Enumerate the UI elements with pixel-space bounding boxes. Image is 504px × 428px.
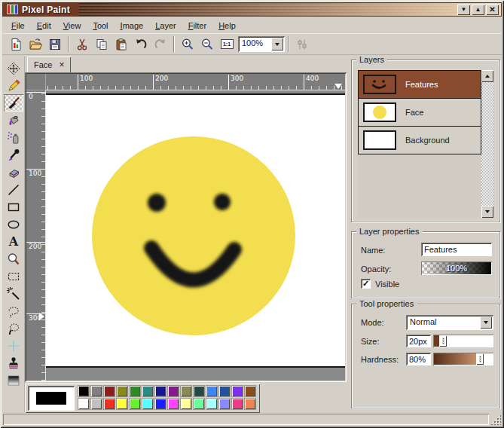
mode-dropdown-button[interactable]	[480, 316, 492, 329]
magic-wand-tool[interactable]	[4, 285, 23, 302]
tab-close-icon[interactable]: ×	[59, 60, 64, 69]
save-button[interactable]	[45, 35, 65, 54]
scroll-down-button[interactable]	[481, 206, 493, 218]
palette-swatch[interactable]	[193, 385, 205, 397]
crosshair-tool[interactable]	[4, 337, 23, 354]
palette-swatch[interactable]	[78, 398, 90, 410]
rectangle-tool[interactable]	[4, 198, 23, 216]
polygon-lasso-tool[interactable]	[4, 319, 23, 337]
toolbar-separator	[173, 36, 175, 52]
palette-swatch[interactable]	[129, 398, 141, 410]
palette-swatch[interactable]	[167, 385, 179, 397]
move-tool[interactable]	[4, 60, 23, 77]
palette-swatch[interactable]	[167, 398, 179, 410]
menu-image[interactable]: Image	[115, 19, 150, 32]
palette-swatch[interactable]	[231, 398, 243, 410]
mode-select[interactable]: Normal	[406, 315, 493, 330]
new-document-button[interactable]	[6, 35, 26, 54]
menu-layer[interactable]: Layer	[149, 19, 182, 32]
gradient-tool[interactable]	[4, 371, 23, 389]
palette-swatch[interactable]	[103, 398, 115, 410]
palette-swatch[interactable]	[90, 385, 102, 397]
smiley-right-eye	[214, 194, 231, 210]
text-tool[interactable]: A	[4, 233, 23, 250]
palette-swatch[interactable]	[218, 385, 231, 397]
lasso-tool[interactable]	[4, 302, 23, 319]
layers-scrollbar[interactable]	[481, 70, 493, 218]
palette-swatch[interactable]	[154, 385, 166, 397]
palette-swatch[interactable]	[142, 385, 154, 397]
layer-row-background[interactable]: Background	[358, 126, 481, 154]
clone-stamp-tool[interactable]	[4, 354, 23, 371]
maximize-button[interactable]: ▲	[472, 5, 484, 15]
size-slider[interactable]	[433, 335, 493, 347]
palette-swatch[interactable]	[231, 385, 243, 397]
eyedropper-tool[interactable]	[4, 146, 23, 164]
hardness-slider-handle[interactable]	[476, 353, 484, 365]
current-color-well[interactable]	[28, 386, 75, 411]
resize-grip[interactable]	[490, 414, 501, 425]
eraser-tool[interactable]	[4, 164, 23, 181]
tab-label: Face	[34, 60, 52, 69]
palette-swatch[interactable]	[103, 385, 115, 397]
palette-swatch[interactable]	[244, 398, 256, 410]
palette-swatch[interactable]	[116, 398, 128, 410]
size-input[interactable]	[406, 335, 431, 347]
palette-swatch[interactable]	[180, 398, 192, 410]
palette-swatch[interactable]	[154, 398, 166, 410]
pencil-tool[interactable]	[4, 77, 23, 94]
cut-button[interactable]	[72, 35, 92, 54]
visible-checkbox[interactable]: ✓	[361, 279, 371, 289]
zoom-in-button[interactable]	[178, 35, 197, 54]
undo-icon	[134, 38, 148, 51]
rectangular-select-tool[interactable]	[4, 268, 23, 285]
zoom-level-dropdown-button[interactable]	[271, 38, 283, 50]
hardness-slider[interactable]	[433, 353, 493, 365]
menu-help[interactable]: Help	[212, 19, 242, 32]
size-slider-handle[interactable]	[439, 335, 447, 347]
layer-name-input[interactable]	[421, 243, 492, 256]
zoom-out-button[interactable]	[197, 35, 217, 54]
menu-edit[interactable]: Edit	[31, 19, 57, 32]
layer-row-features[interactable]: Features	[358, 70, 481, 99]
palette-swatch[interactable]	[142, 398, 154, 410]
close-button[interactable]: ✕	[486, 5, 499, 15]
redo-button[interactable]	[151, 35, 170, 54]
palette-swatch[interactable]	[218, 398, 231, 410]
palette-swatch[interactable]	[129, 385, 141, 397]
zoom-level-select[interactable]: 100%	[238, 36, 285, 52]
palette-swatch[interactable]	[244, 385, 256, 397]
canvas-page[interactable]	[46, 93, 345, 368]
magnifier-tool[interactable]	[4, 250, 23, 268]
palette-swatch[interactable]	[90, 398, 102, 410]
opacity-slider[interactable]: 100%	[421, 261, 492, 275]
layer-row-face[interactable]: Face	[358, 98, 481, 127]
hardness-input[interactable]	[406, 353, 431, 365]
palette-swatch[interactable]	[206, 385, 218, 397]
menu-filter[interactable]: Filter	[182, 19, 212, 32]
menu-tool[interactable]: Tool	[87, 19, 114, 32]
copy-button[interactable]	[92, 35, 111, 54]
line-tool[interactable]	[4, 181, 23, 198]
palette-swatch[interactable]	[180, 385, 192, 397]
palette-swatch[interactable]	[78, 385, 90, 397]
actual-size-button[interactable]: 1:1	[217, 35, 237, 54]
ellipse-tool[interactable]	[4, 216, 23, 233]
open-button[interactable]	[26, 35, 45, 54]
palette-swatch[interactable]	[193, 398, 205, 410]
toolbar: 1:1 100%	[2, 33, 502, 55]
fill-bucket-tool[interactable]	[4, 112, 23, 129]
airbrush-tool[interactable]	[4, 129, 23, 146]
paintbrush-tool[interactable]	[4, 94, 23, 112]
panel-toggle-button[interactable]	[292, 35, 312, 54]
palette-swatch[interactable]	[206, 398, 218, 410]
title-bar[interactable]: Pixel Paint ▼ ▲ ✕	[2, 2, 502, 17]
menu-file[interactable]: File	[5, 19, 31, 32]
menu-view[interactable]: View	[57, 19, 87, 32]
tab-face[interactable]: Face ×	[27, 57, 71, 72]
paste-button[interactable]	[111, 35, 131, 54]
undo-button[interactable]	[131, 35, 151, 54]
scroll-up-button[interactable]	[481, 70, 493, 82]
minimize-button[interactable]: ▼	[457, 5, 470, 15]
palette-swatch[interactable]	[116, 385, 128, 397]
